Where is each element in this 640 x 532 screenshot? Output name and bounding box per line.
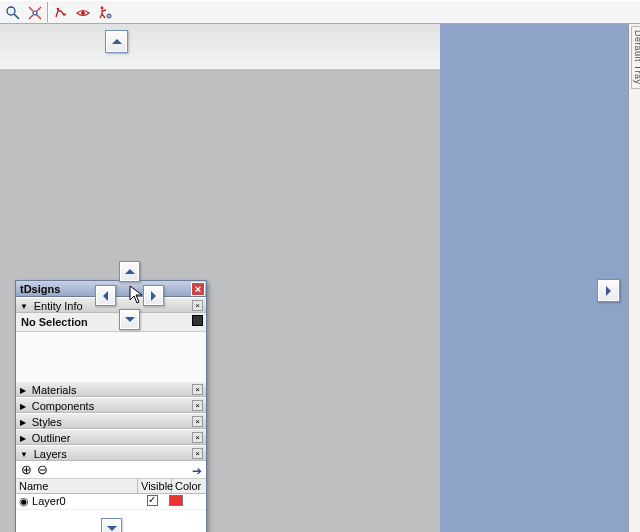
panel-trailer [16,509,206,532]
walk-tool[interactable] [50,2,72,24]
panel-title-text: tDsigns [20,283,60,295]
col-color[interactable]: Color [172,479,206,493]
section-components-label: Components [32,400,94,412]
remove-layer-button[interactable]: ⊖ [36,463,49,476]
section-components-close[interactable]: × [192,400,203,411]
section-outliner-label: Outliner [32,432,71,444]
layers-tools: ⊕ ⊖ ➔ [16,461,206,479]
entity-info-no-selection: No Selection [16,313,206,332]
section-materials-label: Materials [32,384,77,396]
svg-line-5 [37,15,41,19]
position-camera-tool[interactable] [94,2,116,24]
col-name[interactable]: Name [16,479,138,493]
dock-cluster-down[interactable] [119,309,140,330]
no-selection-text: No Selection [21,316,88,328]
default-tray-tab[interactable]: Default Tray [631,26,640,89]
svg-line-1 [14,14,19,19]
svg-point-6 [33,11,37,15]
add-layer-button[interactable]: ⊕ [20,463,33,476]
svg-point-10 [107,14,111,18]
layer-visible-cell[interactable] [135,495,169,508]
layer-name-cell: ◉ Layer0 [19,495,135,508]
section-layers-header[interactable]: ▼ Layers × [16,445,206,461]
section-styles-close[interactable]: × [192,416,203,427]
section-layers-close[interactable]: × [192,448,203,459]
entity-info-body: No Selection [16,313,206,381]
dock-indicator-top[interactable] [105,30,128,53]
dock-cluster-right[interactable] [143,285,164,306]
toolbar [0,0,640,24]
pin-icon[interactable] [192,315,203,326]
svg-point-7 [57,8,60,11]
section-outliner-header[interactable]: ▶ Outliner × [16,429,206,445]
layers-column-headers: Name Visible Color [16,479,206,494]
look-around-tool[interactable] [72,2,94,24]
look-around-icon [75,5,91,21]
chevron-left-icon [103,291,108,301]
walk-icon [53,5,69,21]
layer-row[interactable]: ◉ Layer0 [16,494,206,509]
col-visible[interactable]: Visible [138,479,172,493]
zoom-extents-icon [27,5,43,21]
svg-line-3 [37,7,41,11]
layer-color-cell[interactable] [169,495,203,508]
chevron-up-icon [112,39,122,44]
svg-point-9 [101,7,104,10]
right-tray-strip: Default Tray [628,24,640,532]
active-layer-radio[interactable]: ◉ [19,495,29,507]
section-layers-label: Layers [34,448,67,460]
dock-cluster-up[interactable] [119,261,140,282]
dock-cluster-left[interactable] [95,285,116,306]
color-swatch [169,495,183,506]
close-icon: × [195,284,201,294]
svg-point-8 [81,11,85,15]
chevron-down-icon [125,317,135,322]
svg-point-0 [7,7,15,15]
section-materials-header[interactable]: ▶ Materials × [16,381,206,397]
layers-body: ⊕ ⊖ ➔ Name Visible Color ◉ Layer0 [16,461,206,532]
zoom-tool[interactable] [2,2,24,24]
floating-panel[interactable]: tDsigns × ▼ Entity Info × No Selection ▶… [15,280,207,532]
checkbox-icon [147,495,158,506]
zoom-icon [5,5,21,21]
toolbar-separator [47,2,49,22]
section-entity-info-label: Entity Info [34,300,83,312]
section-components-header[interactable]: ▶ Components × [16,397,206,413]
zoom-extents-tool[interactable] [24,2,46,24]
section-styles-label: Styles [32,416,62,428]
chevron-down-icon [107,526,117,531]
svg-line-4 [29,15,33,19]
dock-preview-zone [440,24,628,532]
dock-indicator-bottom-spacer[interactable] [101,518,122,532]
layers-menu-button[interactable]: ➔ [192,464,202,478]
panel-close-button[interactable]: × [191,282,205,296]
position-camera-icon [97,5,113,21]
section-entity-info-close[interactable]: × [192,300,203,311]
chevron-right-icon [606,286,611,296]
layer-name-text: Layer0 [32,495,66,507]
section-materials-close[interactable]: × [192,384,203,395]
section-outliner-close[interactable]: × [192,432,203,443]
dock-indicator-right[interactable] [597,279,620,302]
section-styles-header[interactable]: ▶ Styles × [16,413,206,429]
chevron-up-icon [125,269,135,274]
svg-line-2 [29,7,33,11]
chevron-right-icon [151,291,156,301]
